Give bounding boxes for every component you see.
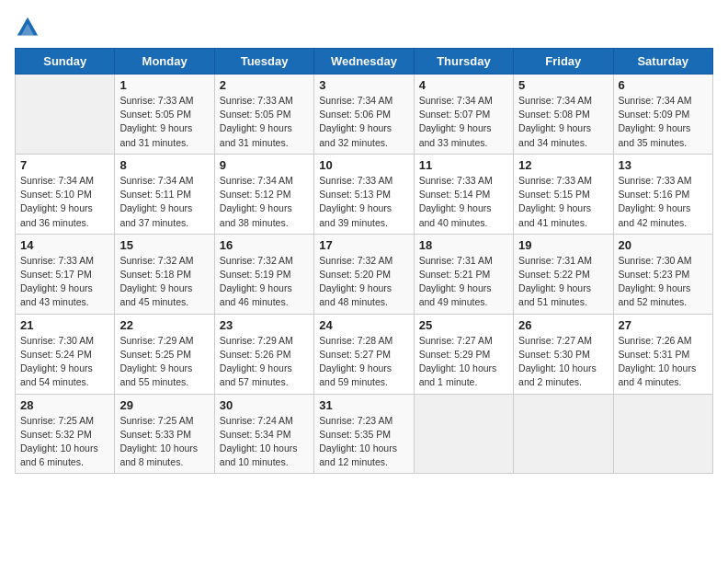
logo [15,15,44,40]
calendar-cell: 9Sunrise: 7:34 AMSunset: 5:12 PMDaylight… [214,154,313,234]
day-number: 6 [619,78,708,92]
day-number: 14 [20,238,109,252]
day-number: 31 [319,398,408,412]
calendar-cell: 10Sunrise: 7:33 AMSunset: 5:13 PMDayligh… [314,154,414,234]
day-info: Sunrise: 7:30 AMSunset: 5:24 PMDaylight:… [20,334,109,390]
calendar-cell: 30Sunrise: 7:24 AMSunset: 5:34 PMDayligh… [214,394,313,474]
calendar-week-row: 7Sunrise: 7:34 AMSunset: 5:10 PMDaylight… [16,154,713,234]
day-info: Sunrise: 7:23 AMSunset: 5:35 PMDaylight:… [319,414,408,470]
day-info: Sunrise: 7:30 AMSunset: 5:23 PMDaylight:… [619,254,708,310]
calendar-cell: 31Sunrise: 7:23 AMSunset: 5:35 PMDayligh… [314,394,414,474]
calendar-cell [16,75,115,155]
day-info: Sunrise: 7:34 AMSunset: 5:07 PMDaylight:… [419,94,508,150]
calendar-cell: 29Sunrise: 7:25 AMSunset: 5:33 PMDayligh… [115,394,214,474]
day-number: 8 [119,158,209,172]
day-info: Sunrise: 7:27 AMSunset: 5:30 PMDaylight:… [518,334,608,390]
day-number: 18 [419,238,508,252]
day-number: 7 [20,158,109,172]
calendar-week-row: 21Sunrise: 7:30 AMSunset: 5:24 PMDayligh… [16,314,713,394]
calendar-cell: 16Sunrise: 7:32 AMSunset: 5:19 PMDayligh… [214,234,313,314]
day-number: 9 [220,158,309,172]
calendar-cell: 5Sunrise: 7:34 AMSunset: 5:08 PMDaylight… [514,75,613,155]
day-info: Sunrise: 7:32 AMSunset: 5:18 PMDaylight:… [119,254,209,310]
day-number: 23 [220,318,309,332]
day-number: 1 [119,78,209,92]
day-number: 2 [220,78,309,92]
day-info: Sunrise: 7:25 AMSunset: 5:32 PMDaylight:… [20,414,109,470]
calendar-cell: 2Sunrise: 7:33 AMSunset: 5:05 PMDaylight… [214,75,313,155]
calendar-week-row: 14Sunrise: 7:33 AMSunset: 5:17 PMDayligh… [16,234,713,314]
calendar-cell: 15Sunrise: 7:32 AMSunset: 5:18 PMDayligh… [115,234,214,314]
calendar-cell: 19Sunrise: 7:31 AMSunset: 5:22 PMDayligh… [514,234,613,314]
day-info: Sunrise: 7:29 AMSunset: 5:25 PMDaylight:… [119,334,209,390]
calendar-cell: 18Sunrise: 7:31 AMSunset: 5:21 PMDayligh… [414,234,513,314]
day-info: Sunrise: 7:31 AMSunset: 5:21 PMDaylight:… [419,254,508,310]
day-info: Sunrise: 7:33 AMSunset: 5:05 PMDaylight:… [119,94,209,150]
calendar-cell [613,394,712,474]
calendar-cell: 20Sunrise: 7:30 AMSunset: 5:23 PMDayligh… [613,234,712,314]
day-number: 3 [319,78,408,92]
day-number: 13 [619,158,708,172]
day-number: 11 [419,158,508,172]
day-info: Sunrise: 7:25 AMSunset: 5:33 PMDaylight:… [119,414,209,470]
day-number: 4 [419,78,508,92]
calendar-cell: 22Sunrise: 7:29 AMSunset: 5:25 PMDayligh… [115,314,214,394]
calendar-cell: 25Sunrise: 7:27 AMSunset: 5:29 PMDayligh… [414,314,513,394]
calendar-cell: 27Sunrise: 7:26 AMSunset: 5:31 PMDayligh… [613,314,712,394]
day-number: 15 [119,238,209,252]
day-info: Sunrise: 7:34 AMSunset: 5:06 PMDaylight:… [319,94,408,150]
calendar-cell: 4Sunrise: 7:34 AMSunset: 5:07 PMDaylight… [414,75,513,155]
calendar-cell [514,394,613,474]
day-info: Sunrise: 7:26 AMSunset: 5:31 PMDaylight:… [619,334,708,390]
day-info: Sunrise: 7:34 AMSunset: 5:10 PMDaylight:… [20,174,109,230]
calendar-cell: 6Sunrise: 7:34 AMSunset: 5:09 PMDaylight… [613,75,712,155]
calendar-header: SundayMondayTuesdayWednesdayThursdayFrid… [16,49,713,75]
calendar-week-row: 28Sunrise: 7:25 AMSunset: 5:32 PMDayligh… [16,394,713,474]
weekday-header: Friday [514,49,613,75]
weekday-header: Saturday [613,49,712,75]
day-number: 22 [119,318,209,332]
calendar-cell: 1Sunrise: 7:33 AMSunset: 5:05 PMDaylight… [115,75,214,155]
day-info: Sunrise: 7:33 AMSunset: 5:13 PMDaylight:… [319,174,408,230]
day-number: 27 [619,318,708,332]
weekday-header: Thursday [414,49,513,75]
logo-icon [15,15,40,40]
day-number: 5 [518,78,608,92]
day-number: 24 [319,318,408,332]
page-header [15,15,713,40]
calendar-cell: 8Sunrise: 7:34 AMSunset: 5:11 PMDaylight… [115,154,214,234]
weekday-header: Sunday [16,49,115,75]
calendar-cell [414,394,513,474]
day-info: Sunrise: 7:33 AMSunset: 5:16 PMDaylight:… [619,174,708,230]
day-number: 26 [518,318,608,332]
weekday-header: Tuesday [214,49,313,75]
calendar-cell: 13Sunrise: 7:33 AMSunset: 5:16 PMDayligh… [613,154,712,234]
calendar-table: SundayMondayTuesdayWednesdayThursdayFrid… [15,48,713,474]
day-number: 19 [518,238,608,252]
weekday-header: Monday [115,49,214,75]
day-info: Sunrise: 7:33 AMSunset: 5:14 PMDaylight:… [419,174,508,230]
day-number: 16 [220,238,309,252]
calendar-cell: 24Sunrise: 7:28 AMSunset: 5:27 PMDayligh… [314,314,414,394]
calendar-cell: 26Sunrise: 7:27 AMSunset: 5:30 PMDayligh… [514,314,613,394]
calendar-week-row: 1Sunrise: 7:33 AMSunset: 5:05 PMDaylight… [16,75,713,155]
weekday-header: Wednesday [314,49,414,75]
day-info: Sunrise: 7:31 AMSunset: 5:22 PMDaylight:… [518,254,608,310]
calendar-cell: 23Sunrise: 7:29 AMSunset: 5:26 PMDayligh… [214,314,313,394]
day-info: Sunrise: 7:33 AMSunset: 5:17 PMDaylight:… [20,254,109,310]
day-number: 25 [419,318,508,332]
day-number: 12 [518,158,608,172]
calendar-cell: 17Sunrise: 7:32 AMSunset: 5:20 PMDayligh… [314,234,414,314]
day-number: 21 [20,318,109,332]
calendar-cell: 7Sunrise: 7:34 AMSunset: 5:10 PMDaylight… [16,154,115,234]
day-number: 30 [220,398,309,412]
day-number: 29 [119,398,209,412]
day-info: Sunrise: 7:34 AMSunset: 5:12 PMDaylight:… [220,174,309,230]
day-info: Sunrise: 7:34 AMSunset: 5:11 PMDaylight:… [119,174,209,230]
day-number: 17 [319,238,408,252]
day-info: Sunrise: 7:32 AMSunset: 5:19 PMDaylight:… [220,254,309,310]
calendar-cell: 28Sunrise: 7:25 AMSunset: 5:32 PMDayligh… [16,394,115,474]
day-info: Sunrise: 7:32 AMSunset: 5:20 PMDaylight:… [319,254,408,310]
calendar-cell: 12Sunrise: 7:33 AMSunset: 5:15 PMDayligh… [514,154,613,234]
day-number: 10 [319,158,408,172]
